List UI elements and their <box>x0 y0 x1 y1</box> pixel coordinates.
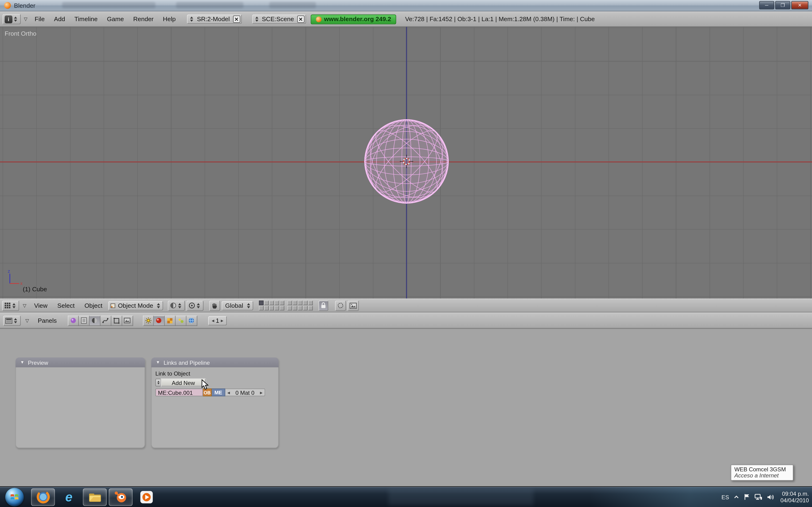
layer-toggle[interactable] <box>287 301 292 305</box>
material-index-field[interactable]: ◂ 0 Mat 0 ▸ <box>225 388 265 396</box>
layer-toggle[interactable] <box>297 306 302 311</box>
layer-toggle[interactable] <box>274 301 279 305</box>
taskbar-firefox-button[interactable] <box>31 488 55 506</box>
svg-text:x: x <box>20 281 22 286</box>
layer-buttons[interactable] <box>259 301 312 311</box>
layer-toggle[interactable] <box>280 301 284 305</box>
layer-toggle[interactable] <box>303 306 307 311</box>
mesh-datablock-field[interactable]: ME:Cube.001 <box>155 388 203 396</box>
layer-toggle[interactable] <box>269 306 274 311</box>
os-titlebar[interactable]: Blender ─ ❐ ✕ <box>0 0 812 11</box>
layer-toggle[interactable] <box>264 301 268 305</box>
scene-delete-button[interactable]: ✕ <box>297 15 304 23</box>
links-panel-title: Links and Pipeline <box>163 359 210 365</box>
restore-button[interactable]: ❐ <box>775 1 791 9</box>
layer-toggle[interactable] <box>274 306 279 311</box>
window-type-button[interactable]: i <box>3 14 21 24</box>
mat-next-icon[interactable]: ▸ <box>260 390 262 395</box>
menu-view[interactable]: View <box>30 302 52 309</box>
layer-toggle[interactable] <box>264 306 268 311</box>
world-buttons-button[interactable] <box>186 315 197 326</box>
occlusion-button[interactable] <box>335 300 346 311</box>
layer-toggle[interactable] <box>269 301 274 305</box>
material-buttons-button[interactable] <box>154 315 164 326</box>
buttons-collapse-icon[interactable]: ▽ <box>23 318 31 323</box>
logic-context-button[interactable] <box>68 315 79 326</box>
render-preview-button[interactable] <box>347 300 359 311</box>
draw-type-button[interactable] <box>168 300 185 311</box>
layer-toggle[interactable] <box>259 301 263 305</box>
screen-selector[interactable]: SR:2-Model ✕ <box>187 14 242 24</box>
mode-selector[interactable]: Object Mode <box>108 301 163 310</box>
screen-delete-button[interactable]: ✕ <box>233 15 240 23</box>
layer-toggle[interactable] <box>308 301 312 305</box>
minimize-button[interactable]: ─ <box>759 1 774 9</box>
orientation-selector[interactable]: Global <box>221 301 253 310</box>
start-button[interactable] <box>5 488 24 506</box>
scene-context-button[interactable] <box>122 315 133 326</box>
taskbar-clock[interactable]: 09:04 p.m. 04/04/2010 <box>780 490 809 504</box>
taskbar-explorer-button[interactable] <box>83 488 107 506</box>
links-panel-header[interactable]: ▼ Links and Pipeline <box>151 357 278 368</box>
network-icon[interactable] <box>754 494 762 500</box>
me-toggle[interactable]: ME <box>212 388 225 396</box>
action-center-flag-icon[interactable] <box>744 494 750 500</box>
menu-select[interactable]: Select <box>53 302 79 309</box>
panel-collapse-icon[interactable]: ▼ <box>20 360 24 365</box>
hidden-icons-chevron[interactable] <box>734 495 739 499</box>
frame-prev-icon[interactable]: ◂ <box>212 318 214 323</box>
taskbar-ie-button[interactable]: e <box>57 488 81 506</box>
mat-prev-icon[interactable]: ◂ <box>227 390 230 395</box>
editing-context-button[interactable] <box>111 315 122 326</box>
menu-help[interactable]: Help <box>159 15 180 23</box>
frame-stepper[interactable]: ◂ 1 ▸ <box>208 316 227 325</box>
buttons-workspace[interactable]: ▼ Preview ▼ Links and Pipeline Link to O… <box>0 329 812 486</box>
lock-layers-button[interactable] <box>318 300 328 311</box>
material-browse-stepper[interactable] <box>155 379 161 386</box>
pivot-button[interactable] <box>186 300 203 311</box>
link-to-object-label: Link to Object <box>155 371 274 377</box>
titlebar-artifact <box>62 2 155 8</box>
lamp-buttons-button[interactable] <box>143 315 153 326</box>
object-context-button[interactable] <box>100 315 111 326</box>
taskbar-media-player-button[interactable] <box>135 488 158 506</box>
shading-context-button[interactable] <box>89 315 100 326</box>
layer-toggle[interactable] <box>292 306 297 311</box>
editor-type-button[interactable] <box>2 300 19 311</box>
menu-file[interactable]: File <box>31 15 49 23</box>
close-button[interactable]: ✕ <box>791 1 808 9</box>
sphere-wireframe-object[interactable] <box>361 116 452 207</box>
layer-toggle[interactable] <box>292 301 297 305</box>
script-context-button[interactable] <box>79 315 89 326</box>
menu-add[interactable]: Add <box>50 15 69 23</box>
add-new-material-button[interactable]: Add New <box>161 379 206 386</box>
menu-object[interactable]: Object <box>80 302 107 309</box>
layer-toggle[interactable] <box>297 301 302 305</box>
menu-timeline[interactable]: Timeline <box>70 15 102 23</box>
preview-panel-header[interactable]: ▼ Preview <box>15 357 145 368</box>
layer-toggle[interactable] <box>308 306 312 311</box>
panels-menu[interactable]: Panels <box>34 317 61 324</box>
texture-buttons-button[interactable] <box>164 315 175 326</box>
buttons-editor-type-button[interactable] <box>3 315 21 326</box>
blender-top-header: i ▽ File Add Timeline Game Render Help S… <box>0 11 812 27</box>
panel-collapse-icon[interactable]: ▼ <box>156 360 160 365</box>
blender-version-badge[interactable]: www.blender.org 249.2 <box>311 14 396 24</box>
taskbar-blender-button[interactable] <box>109 488 133 506</box>
layer-toggle[interactable] <box>280 306 284 311</box>
radiosity-buttons-button[interactable] <box>175 315 186 326</box>
language-indicator[interactable]: ES <box>721 494 729 500</box>
menu-game[interactable]: Game <box>103 15 128 23</box>
header-collapse-icon[interactable]: ▽ <box>22 17 30 22</box>
view3d-collapse-icon[interactable]: ▽ <box>21 303 29 308</box>
layer-toggle[interactable] <box>259 306 263 311</box>
layer-toggle[interactable] <box>303 301 307 305</box>
menu-render[interactable]: Render <box>129 15 158 23</box>
layer-toggle[interactable] <box>287 306 292 311</box>
manipulator-button[interactable] <box>209 300 220 311</box>
3d-viewport[interactable]: Front Ortho <box>0 27 812 298</box>
hand-icon <box>211 302 218 309</box>
scene-selector[interactable]: SCE:Scene ✕ <box>252 14 306 24</box>
volume-icon[interactable] <box>767 494 774 500</box>
frame-next-icon[interactable]: ▸ <box>221 318 223 323</box>
